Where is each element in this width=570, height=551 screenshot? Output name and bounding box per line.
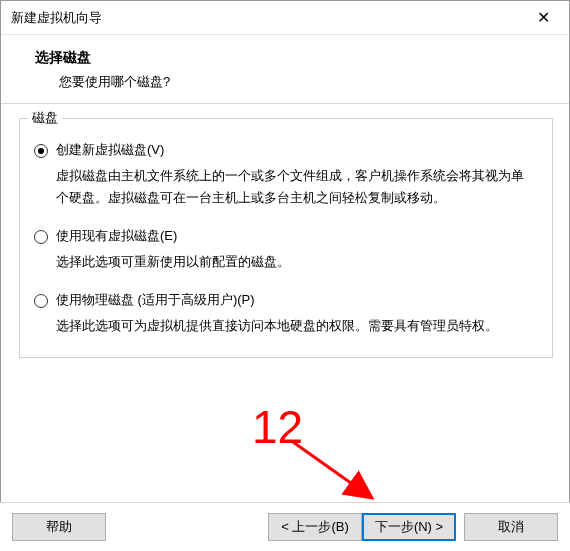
- disk-groupbox: 磁盘 创建新虚拟磁盘(V) 虚拟磁盘由主机文件系统上的一个或多个文件组成，客户机…: [19, 118, 553, 358]
- cancel-button[interactable]: 取消: [464, 513, 558, 541]
- wizard-body: 磁盘 创建新虚拟磁盘(V) 虚拟磁盘由主机文件系统上的一个或多个文件组成，客户机…: [1, 104, 569, 358]
- option-use-physical[interactable]: 使用物理磁盘 (适用于高级用户)(P) 选择此选项可为虚拟机提供直接访问本地硬盘…: [34, 291, 538, 337]
- close-icon: ✕: [537, 8, 550, 27]
- titlebar: 新建虚拟机向导 ✕: [1, 1, 569, 35]
- annotation-number: 12: [252, 400, 303, 454]
- page-title: 选择磁盘: [35, 49, 529, 67]
- help-button[interactable]: 帮助: [12, 513, 106, 541]
- option-use-physical-desc: 选择此选项可为虚拟机提供直接访问本地硬盘的权限。需要具有管理员特权。: [56, 315, 532, 337]
- close-button[interactable]: ✕: [523, 4, 563, 32]
- page-subtitle: 您要使用哪个磁盘?: [35, 73, 529, 91]
- option-use-physical-label: 使用物理磁盘 (适用于高级用户)(P): [56, 291, 255, 309]
- radio-use-physical[interactable]: [34, 294, 48, 308]
- option-create-new-label: 创建新虚拟磁盘(V): [56, 141, 164, 159]
- titlebar-title: 新建虚拟机向导: [11, 9, 102, 27]
- option-create-new-desc: 虚拟磁盘由主机文件系统上的一个或多个文件组成，客户机操作系统会将其视为单个硬盘。…: [56, 165, 532, 209]
- option-use-existing[interactable]: 使用现有虚拟磁盘(E) 选择此选项可重新使用以前配置的磁盘。: [34, 227, 538, 273]
- wizard-header: 选择磁盘 您要使用哪个磁盘?: [1, 35, 569, 104]
- radio-use-existing[interactable]: [34, 230, 48, 244]
- button-bar: 帮助 < 上一步(B) 下一步(N) > 取消: [0, 502, 570, 551]
- next-button[interactable]: 下一步(N) >: [362, 513, 456, 541]
- option-use-existing-label: 使用现有虚拟磁盘(E): [56, 227, 177, 245]
- wizard-window: 新建虚拟机向导 ✕ 选择磁盘 您要使用哪个磁盘? 磁盘 创建新虚拟磁盘(V) 虚…: [0, 0, 570, 551]
- back-button[interactable]: < 上一步(B): [268, 513, 362, 541]
- radio-create-new[interactable]: [34, 144, 48, 158]
- groupbox-label: 磁盘: [28, 109, 62, 127]
- option-use-existing-desc: 选择此选项可重新使用以前配置的磁盘。: [56, 251, 532, 273]
- option-create-new[interactable]: 创建新虚拟磁盘(V) 虚拟磁盘由主机文件系统上的一个或多个文件组成，客户机操作系…: [34, 141, 538, 209]
